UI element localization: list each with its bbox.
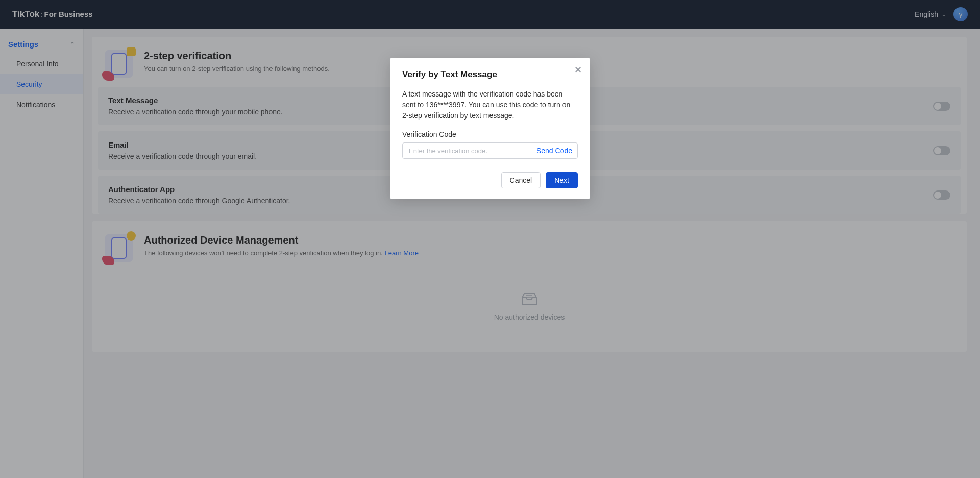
verification-code-label: Verification Code bbox=[402, 130, 578, 138]
cancel-button[interactable]: Cancel bbox=[501, 172, 541, 188]
modal-overlay[interactable]: ✕ Verify by Text Message A text message … bbox=[0, 0, 980, 478]
verify-modal: ✕ Verify by Text Message A text message … bbox=[390, 58, 590, 199]
send-code-button[interactable]: Send Code bbox=[536, 147, 572, 155]
modal-footer: Cancel Next bbox=[402, 172, 578, 188]
verification-code-input-wrap: Send Code bbox=[402, 142, 578, 159]
modal-body-text: A text message with the verification cod… bbox=[402, 89, 578, 121]
next-button[interactable]: Next bbox=[546, 172, 578, 188]
close-icon[interactable]: ✕ bbox=[574, 65, 582, 75]
modal-title: Verify by Text Message bbox=[402, 69, 578, 80]
verification-code-input[interactable] bbox=[409, 147, 536, 155]
